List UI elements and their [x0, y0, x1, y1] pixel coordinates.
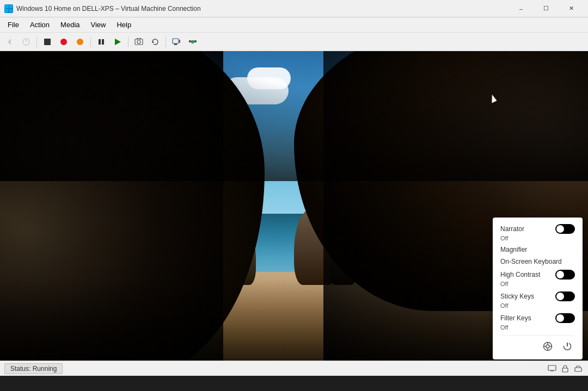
svg-rect-21 — [179, 40, 180, 43]
svg-rect-18 — [173, 39, 179, 44]
toolbar-separator-2 — [90, 36, 91, 47]
svg-rect-19 — [174, 44, 177, 45]
svg-rect-1 — [9, 5, 13, 8]
svg-point-8 — [60, 39, 67, 45]
svg-rect-10 — [99, 39, 101, 45]
narrator-label: Narrator — [500, 225, 524, 233]
toolbar-separator-3 — [128, 36, 128, 47]
lock-icon — [560, 363, 571, 374]
sticky-keys-sub: Off — [500, 302, 575, 309]
minimize-button[interactable]: – — [509, 0, 534, 17]
app-icon — [4, 4, 13, 13]
menu-bar: File Action Media View Help — [0, 17, 588, 33]
svg-point-22 — [191, 40, 194, 44]
svg-rect-38 — [562, 368, 568, 372]
menu-view[interactable]: View — [85, 18, 112, 31]
narrator-toggle[interactable] — [555, 224, 575, 234]
menu-media[interactable]: Media — [55, 18, 85, 31]
svg-rect-7 — [44, 39, 51, 45]
high-contrast-label: High Contrast — [500, 271, 540, 278]
filter-keys-toggle[interactable] — [555, 313, 575, 323]
hibernate-button[interactable] — [72, 34, 88, 49]
briefcase-icon — [573, 363, 584, 374]
high-contrast-sub: Off — [500, 281, 575, 287]
narrator-sub: Off — [500, 235, 575, 241]
sticky-keys-row: Sticky Keys — [500, 291, 575, 301]
status-text: Status: Running — [4, 363, 63, 374]
svg-marker-4 — [8, 39, 11, 45]
accessibility-settings-button[interactable] — [540, 339, 555, 354]
play-button[interactable] — [110, 34, 125, 49]
window-controls: – ☐ ✕ — [509, 0, 584, 17]
back-button[interactable] — [2, 34, 17, 49]
svg-rect-20 — [174, 44, 177, 44]
toolbar-separator-4 — [166, 36, 166, 47]
svg-rect-35 — [548, 365, 556, 370]
ctrlaltdel-button[interactable] — [19, 34, 34, 49]
pause-button[interactable] — [94, 34, 109, 49]
enhanced-session-button[interactable] — [169, 34, 184, 49]
toolbar-separator — [36, 36, 37, 47]
svg-rect-3 — [9, 9, 13, 13]
menu-action[interactable]: Action — [24, 18, 55, 31]
narrator-row: Narrator — [500, 224, 575, 234]
svg-rect-0 — [5, 5, 8, 8]
snapshot-button[interactable] — [131, 34, 146, 49]
svg-rect-15 — [139, 38, 141, 39]
magnifier-row: Magnifier — [500, 246, 575, 253]
filter-keys-sub: Off — [500, 324, 575, 331]
reset-button[interactable] — [56, 34, 71, 49]
svg-point-9 — [77, 39, 83, 45]
title-bar: Windows 10 Home on DELL-XPS – Virtual Ma… — [0, 0, 588, 17]
svg-rect-14 — [137, 38, 138, 39]
stop-button[interactable] — [40, 34, 55, 49]
on-screen-keyboard-row: On-Screen Keyboard — [500, 258, 575, 265]
menu-help[interactable]: Help — [111, 18, 137, 31]
filter-keys-label: Filter Keys — [500, 314, 531, 322]
filter-keys-row: Filter Keys — [500, 313, 575, 323]
on-screen-keyboard-label[interactable]: On-Screen Keyboard — [500, 258, 562, 265]
network-settings-button[interactable] — [185, 34, 200, 49]
sticky-keys-toggle[interactable] — [555, 291, 575, 301]
menu-file[interactable]: File — [2, 18, 24, 31]
svg-rect-2 — [5, 9, 8, 13]
toolbar — [0, 33, 588, 51]
svg-rect-24 — [194, 40, 197, 42]
high-contrast-toggle[interactable] — [555, 270, 575, 280]
magnifier-label[interactable]: Magnifier — [500, 246, 527, 253]
svg-rect-39 — [575, 368, 581, 371]
svg-point-28 — [546, 345, 549, 348]
svg-marker-12 — [115, 39, 121, 45]
status-icons — [547, 363, 584, 374]
maximize-button[interactable]: ☐ — [534, 0, 559, 17]
revert-button[interactable] — [148, 34, 163, 49]
accessibility-panel: Narrator Off Magnifier On-Screen Keyboar… — [493, 218, 583, 359]
accessibility-panel-footer — [500, 335, 575, 354]
cave-shadow-top — [0, 51, 588, 181]
vm-viewport[interactable]: Narrator Off Magnifier On-Screen Keyboar… — [0, 51, 588, 376]
monitor-icon — [547, 363, 558, 374]
window-title: Windows 10 Home on DELL-XPS – Virtual Ma… — [16, 5, 509, 13]
svg-rect-23 — [189, 40, 191, 42]
svg-point-16 — [137, 40, 140, 44]
sticky-keys-label: Sticky Keys — [500, 293, 534, 300]
power-button[interactable] — [560, 339, 575, 354]
close-button[interactable]: ✕ — [559, 0, 584, 17]
high-contrast-row: High Contrast — [500, 270, 575, 280]
svg-rect-11 — [102, 39, 104, 45]
status-bar: Status: Running — [0, 361, 588, 376]
